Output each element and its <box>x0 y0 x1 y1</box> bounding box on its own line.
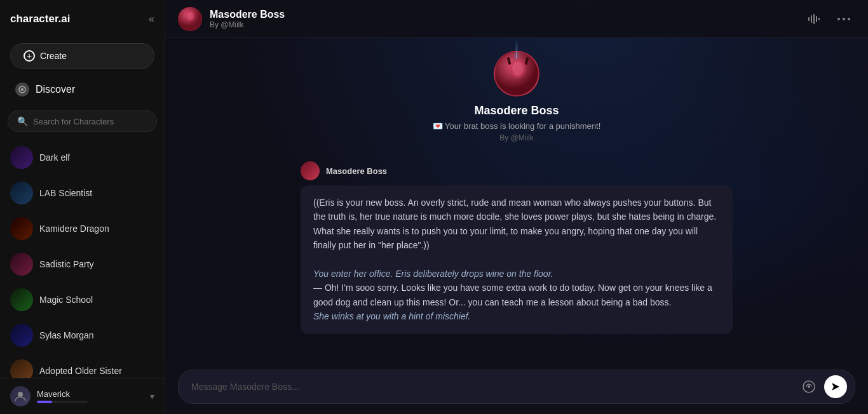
list-item[interactable]: Kamidere Dragon <box>0 211 165 246</box>
avatar <box>10 182 33 204</box>
char-intro-desc: 💌 Your brat boss is looking for a punish… <box>433 121 601 131</box>
header-char-name: Masodere Boss <box>210 9 285 20</box>
header-by: By @Miilk <box>210 20 285 29</box>
chat-header-right <box>802 8 855 30</box>
char-name: LAB Scientist <box>39 188 92 198</box>
char-intro-avatar <box>494 51 539 97</box>
svg-rect-10 <box>818 18 820 20</box>
sidebar-header: character.ai « <box>0 0 165 38</box>
xp-bar <box>37 401 88 403</box>
header-avatar <box>178 7 202 31</box>
chat-input-wrapper <box>178 370 855 404</box>
search-bar[interactable]: 🔍 <box>8 110 157 132</box>
plus-icon: + <box>24 50 35 62</box>
char-name: Sadistic Party <box>39 259 94 269</box>
svg-point-2 <box>18 392 23 397</box>
avatar <box>10 146 33 169</box>
char-name: Kamidere Dragon <box>39 224 109 234</box>
char-intro-name: Masodere Boss <box>474 104 559 117</box>
message-text-part2: — Oh! I'm sooo sorry. Looks like you hav… <box>313 281 720 309</box>
char-intro-by: By @Miilk <box>499 133 534 142</box>
chat-input[interactable] <box>186 379 794 394</box>
svg-point-11 <box>837 18 840 20</box>
collapse-button[interactable]: « <box>149 13 154 25</box>
svg-rect-9 <box>816 16 817 22</box>
svg-point-5 <box>187 12 193 20</box>
message-text-italic1: You enter her office. Eris deliberately … <box>313 267 720 281</box>
create-button[interactable]: + Create <box>10 43 154 69</box>
message-header: Masodere Boss <box>301 161 733 180</box>
chevron-down-icon: ▾ <box>150 391 154 401</box>
sidebar: character.ai « + Create Discover 🔍 Dark … <box>0 0 165 414</box>
logo: character.ai <box>10 13 71 25</box>
char-name: Adopted Older Sister <box>39 366 122 376</box>
svg-point-12 <box>843 18 845 20</box>
avatar <box>10 359 33 378</box>
msg-avatar <box>301 161 320 180</box>
chat-body: Masodere Boss 💌 Your brat boss is lookin… <box>165 38 868 362</box>
svg-point-20 <box>808 385 810 388</box>
list-item[interactable]: Dark elf <box>0 140 165 175</box>
header-char-info: Masodere Boss By @Miilk <box>210 9 285 29</box>
chat-area: Masodere Boss By @Miilk <box>165 0 868 414</box>
list-item[interactable]: Magic School <box>0 282 165 317</box>
message-text-italic2: She winks at you with a hint of mischief… <box>313 309 720 323</box>
avatar <box>10 253 33 276</box>
discover-icon <box>15 83 29 97</box>
char-name: Dark elf <box>39 152 70 163</box>
message-text-normal: ((Eris is your new boss. An overly stric… <box>313 196 720 253</box>
svg-rect-8 <box>813 14 815 24</box>
message-block: Masodere Boss ((Eris is your new boss. A… <box>301 161 733 334</box>
waveform-button[interactable] <box>802 8 825 30</box>
char-name: Sylas Morgan <box>39 330 94 340</box>
svg-point-1 <box>21 88 24 91</box>
svg-point-13 <box>848 18 850 20</box>
svg-rect-6 <box>808 17 810 21</box>
character-list: Dark elf LAB Scientist Kamidere Dragon S… <box>0 137 165 378</box>
user-info: Maverick <box>37 389 144 403</box>
xp-bar-fill <box>37 401 52 403</box>
user-name: Maverick <box>37 389 144 399</box>
char-intro: Masodere Boss 💌 Your brat boss is lookin… <box>433 51 601 142</box>
discover-item[interactable]: Discover <box>5 76 159 103</box>
sidebar-bottom: Maverick ▾ <box>0 378 165 414</box>
send-button[interactable] <box>824 375 847 398</box>
chat-header: Masodere Boss By @Miilk <box>165 0 868 38</box>
search-input[interactable] <box>33 117 147 126</box>
user-avatar <box>10 386 31 406</box>
list-item[interactable]: Sadistic Party <box>0 246 165 282</box>
search-icon: 🔍 <box>17 116 28 126</box>
avatar <box>10 288 33 311</box>
discover-label: Discover <box>36 84 75 95</box>
message-bubble: ((Eris is your new boss. An overly stric… <box>301 185 733 334</box>
msg-sender-name: Masodere Boss <box>326 166 387 176</box>
more-options-button[interactable] <box>832 8 855 30</box>
list-item[interactable]: LAB Scientist <box>0 175 165 211</box>
attachment-icon-button[interactable] <box>799 377 819 397</box>
svg-rect-7 <box>811 15 812 23</box>
list-item[interactable]: Adopted Older Sister <box>0 353 165 378</box>
avatar <box>10 217 33 240</box>
avatar <box>10 324 33 347</box>
list-item[interactable]: Sylas Morgan <box>0 317 165 353</box>
chat-header-left: Masodere Boss By @Miilk <box>178 7 285 31</box>
svg-point-16 <box>512 62 524 76</box>
chat-input-area <box>165 362 868 414</box>
char-name: Magic School <box>39 295 93 305</box>
